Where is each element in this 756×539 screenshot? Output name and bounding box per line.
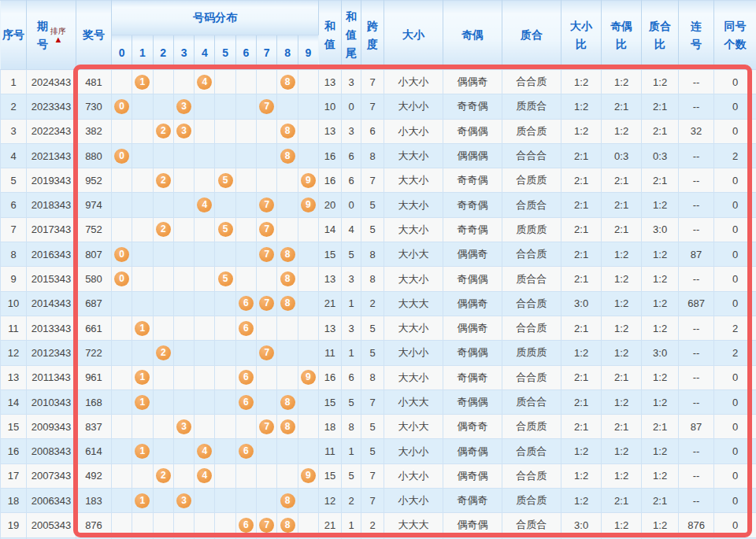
cell-digit-7: 7: [257, 242, 277, 267]
cell-prime: 合合质: [502, 291, 561, 316]
cell-sum-tail: 1: [342, 513, 361, 537]
cell-digit-1: [132, 94, 153, 119]
digit-ball: 1: [135, 75, 150, 90]
cell-size-ratio: 2:1: [561, 193, 602, 217]
cell-size: 大大小: [384, 267, 443, 291]
cell-index: 11: [1, 316, 27, 340]
cell-number: 961: [76, 365, 112, 389]
cell-consecutive: --: [679, 168, 714, 193]
cell-prime: 合质合: [502, 513, 561, 537]
cell-index: 15: [1, 415, 27, 439]
cell-digit-5: [215, 242, 235, 267]
cell-issue: 2018343: [27, 193, 76, 217]
cell-index: 5: [1, 168, 27, 193]
cell-parity: 奇偶偶: [443, 119, 502, 143]
cell-consecutive: --: [679, 439, 714, 463]
cell-digit-7: 7: [257, 217, 277, 242]
cell-digit-3: [173, 513, 194, 537]
cell-size-ratio: 1:2: [561, 119, 602, 143]
cell-same-count: 0: [714, 415, 756, 439]
cell-parity-ratio: 1:2: [602, 513, 642, 537]
cell-prime-ratio: 1:2: [642, 463, 679, 488]
cell-span: 5: [361, 415, 384, 439]
cell-span: 7: [361, 70, 384, 94]
cell-prime: 质合合: [502, 389, 561, 414]
cell-digit-4: [195, 316, 215, 340]
cell-index: 6: [1, 193, 27, 217]
sort-control[interactable]: 排序 ▲: [50, 27, 66, 44]
cell-digit-2: [153, 389, 173, 414]
cell-prime-ratio: 2:1: [642, 119, 679, 143]
cell-sum-tail: 4: [342, 217, 361, 242]
cell-prime-ratio: 0:3: [642, 143, 679, 168]
digit-ball: 1: [135, 370, 150, 385]
cell-size: 大小小: [384, 94, 443, 119]
cell-parity-ratio: 0:3: [602, 143, 642, 168]
cell-issue: 2024343: [27, 70, 76, 94]
cell-digit-6: [235, 217, 256, 242]
cell-digit-4: 4: [195, 193, 215, 217]
cell-sum: 15: [319, 242, 342, 267]
cell-digit-6: [235, 168, 256, 193]
cell-size-ratio: 2:1: [561, 365, 602, 389]
header-prime: 质合: [502, 1, 561, 70]
cell-digit-9: [298, 242, 318, 267]
cell-size: 大小大: [384, 242, 443, 267]
cell-digit-2: [153, 143, 173, 168]
cell-digit-2: 2: [153, 168, 173, 193]
header-digit-6: 6: [235, 35, 256, 70]
cell-digit-9: [298, 94, 318, 119]
cell-parity: 奇偶偶: [443, 267, 502, 291]
cell-parity-ratio: 2:1: [602, 415, 642, 439]
cell-size-ratio: 2:1: [561, 168, 602, 193]
cell-digit-3: 3: [173, 94, 194, 119]
cell-sum: 14: [319, 217, 342, 242]
cell-prime: 合合合: [502, 143, 561, 168]
cell-digit-6: 6: [235, 316, 256, 340]
cell-sum: 11: [319, 341, 342, 365]
table-row: 42021343880081668大大小偶偶偶合合合2:10:30:3--2: [1, 143, 756, 168]
cell-digit-6: [235, 119, 256, 143]
cell-digit-5: [215, 513, 235, 537]
cell-index: 18: [1, 489, 27, 513]
digit-ball: 5: [218, 222, 233, 237]
cell-digit-7: 7: [257, 513, 277, 537]
table-row: 122012343722271115大小小奇偶偶质质质1:21:23:0--2: [1, 341, 756, 365]
cell-parity: 奇奇偶: [443, 94, 502, 119]
cell-digit-6: [235, 193, 256, 217]
cell-digit-5: [215, 341, 235, 365]
header-distribution: 号码分布: [112, 1, 319, 35]
digit-ball: 7: [259, 419, 274, 434]
cell-digit-5: [215, 70, 235, 94]
cell-digit-4: [195, 119, 215, 143]
cell-digit-6: 6: [235, 439, 256, 463]
cell-digit-8: 8: [277, 70, 298, 94]
cell-size-ratio: 2:1: [561, 267, 602, 291]
cell-sum-tail: 0: [342, 94, 361, 119]
cell-span: 8: [361, 242, 384, 267]
cell-index: 19: [1, 513, 27, 537]
digit-ball: 0: [114, 247, 129, 262]
cell-digit-3: [173, 291, 194, 316]
cell-digit-2: 2: [153, 217, 173, 242]
cell-digit-1: [132, 463, 153, 488]
cell-digit-8: 8: [277, 143, 298, 168]
cell-digit-7: 7: [257, 193, 277, 217]
cell-consecutive: --: [679, 341, 714, 365]
digit-ball: 7: [259, 345, 274, 360]
cell-index: 3: [1, 119, 27, 143]
cell-index: 1: [1, 70, 27, 94]
cell-digit-5: [215, 291, 235, 316]
table-row: 720173437522571445大大小奇奇偶质质质2:12:13:0--0: [1, 217, 756, 242]
digit-ball: 1: [135, 395, 150, 410]
cell-parity: 奇偶偶: [443, 341, 502, 365]
cell-parity: 偶奇偶: [443, 513, 502, 537]
digit-ball: 9: [301, 198, 316, 212]
table-row: 1320113439611691668大大小奇偶奇合合质2:12:11:2--0: [1, 365, 756, 389]
cell-sum-tail: 3: [342, 267, 361, 291]
cell-size-ratio: 3:0: [561, 513, 602, 537]
cell-digit-6: [235, 267, 256, 291]
cell-digit-3: [173, 316, 194, 340]
cell-digit-6: 6: [235, 291, 256, 316]
cell-digit-6: [235, 489, 256, 513]
